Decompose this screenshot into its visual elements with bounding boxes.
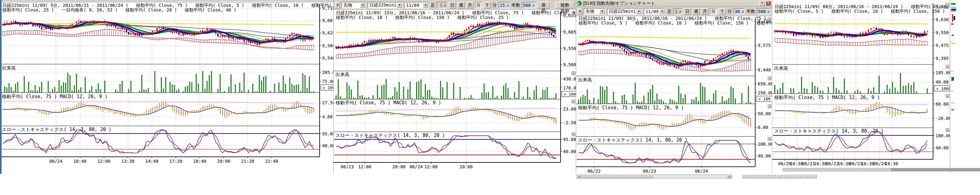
svg-text:出来高: 出来高 — [336, 72, 350, 77]
svg-text:20:00: 20:00 — [217, 159, 231, 163]
svg-text:06/24: 06/24 — [873, 161, 886, 166]
horizontal-scrollbar[interactable] — [783, 168, 980, 171]
chevron-down-icon[interactable]: ▼ — [423, 3, 428, 8]
svg-text:40.00: 40.00 — [758, 154, 771, 159]
spinner-icon[interactable] — [767, 10, 770, 13]
svg-text:23.00: 23.00 — [563, 106, 576, 111]
svg-text:スロー・ストキャスティクス( 14, 3, 80, 20 ): スロー・ストキャスティクス( 14, 3, 80, 20 ) — [2, 127, 111, 132]
svg-text:100.00: 100.00 — [758, 141, 772, 147]
app-icon — [577, 1, 582, 6]
svg-text:◄: ◄ — [769, 105, 770, 108]
svg-text:-20.00: -20.00 — [935, 116, 950, 121]
svg-text:◄: ◄ — [573, 101, 574, 103]
panel-menu-button[interactable]: ▼ — [335, 2, 340, 9]
candlestick-volume-macd-stochastics-chart-5min[interactable]: 06/2410:4012:0013:2014:4017:2018:4020:00… — [0, 3, 333, 174]
close-button[interactable]: × — [765, 1, 771, 6]
candlestick-volume-macd-stochastics-chart-60min[interactable]: 06/2016:3006/2116:3006/2216:3006/2316:30… — [772, 1, 950, 174]
help-button[interactable]: ? — [759, 1, 765, 6]
svg-text:× 100: × 100 — [323, 86, 333, 90]
chart-fragment — [951, 3, 955, 5]
chart-toolbar: ▼ 先物▼ 日経225mini▼ 11/09▼ 足 1 日 週 月 分 T 分 … — [576, 7, 772, 16]
period-tick-button[interactable]: T — [484, 2, 491, 9]
multi-symbol-button[interactable]: 複数銘柄 — [555, 2, 574, 9]
period-month-button[interactable]: 月 — [701, 8, 709, 15]
apply-button[interactable]: 適用 — [537, 2, 550, 9]
svg-text:× 100: × 100 — [758, 97, 770, 101]
mini-button[interactable] — [803, 174, 810, 179]
minute-interval-field[interactable]: 30 — [733, 8, 745, 15]
svg-text:60.00: 60.00 — [935, 101, 948, 106]
svg-text:9,395: 9,395 — [935, 56, 948, 61]
instrument-select[interactable]: 日経225mini▼ — [368, 2, 403, 9]
spinner-icon[interactable] — [741, 10, 744, 13]
chart-fragment — [951, 24, 954, 25]
mini-button[interactable] — [790, 174, 796, 179]
mini-button[interactable] — [769, 174, 776, 179]
mini-button[interactable] — [749, 174, 755, 179]
chart-window-60min: 日経225mini 11/09( 60分, 2011/06/16 - 2011/… — [772, 0, 950, 174]
bar-count-field[interactable]: 500 — [757, 8, 771, 15]
svg-text:9,625: 9,625 — [322, 30, 333, 35]
day-interval-field[interactable]: 1 — [673, 8, 682, 15]
mini-button[interactable] — [797, 174, 803, 179]
clipped-button — [3, 0, 11, 2]
mini-button[interactable] — [742, 174, 748, 179]
chevron-down-icon[interactable]: ▼ — [360, 3, 365, 8]
period-minute-button[interactable]: 分 — [710, 8, 717, 15]
chevron-down-icon[interactable]: ▼ — [600, 9, 605, 14]
mini-button[interactable] — [776, 174, 783, 179]
mini-button[interactable] — [756, 174, 762, 179]
category-select[interactable]: 先物▼ — [341, 2, 366, 9]
svg-text:650.00: 650.00 — [758, 81, 772, 86]
svg-text:06/24: 06/24 — [49, 159, 62, 163]
chevron-down-icon[interactable]: ▼ — [659, 9, 665, 14]
chart-fragment — [951, 109, 954, 110]
svg-text:9,665: 9,665 — [322, 18, 333, 23]
candlestick-volume-macd-stochastics-chart-15min[interactable]: 06/2312:0020:0006/2412:0020:009,6559,605… — [334, 10, 576, 174]
spinner-icon[interactable] — [678, 10, 681, 13]
period-month-button[interactable]: 月 — [466, 2, 474, 9]
mini-button[interactable] — [783, 174, 789, 179]
svg-text:出来高: 出来高 — [578, 77, 592, 82]
day-interval-field[interactable]: 1 — [436, 2, 447, 9]
spinner-icon[interactable] — [532, 4, 535, 6]
chart-fragment — [952, 35, 954, 36]
period-day-button[interactable]: 日 — [684, 8, 691, 15]
svg-text:9,550: 9,550 — [563, 46, 576, 51]
svg-text:10:40: 10:40 — [73, 159, 86, 163]
mini-button[interactable] — [762, 174, 769, 179]
chevron-down-icon[interactable]: ▼ — [636, 9, 641, 14]
window-titlebar[interactable]: [5130] 指数先物/オプションチャート ? × — [576, 0, 772, 7]
scroll-left-icon[interactable]: ◄ — [577, 175, 581, 178]
period-minute-button[interactable]: 分 — [475, 2, 482, 9]
mini-button[interactable] — [810, 174, 817, 179]
period-day-button[interactable]: 日 — [449, 2, 456, 9]
svg-text:06/23: 06/23 — [341, 164, 354, 169]
horizontal-scrollbar[interactable]: ◄ ► — [576, 174, 732, 179]
panel-menu-button[interactable]: ▼ — [578, 8, 582, 15]
period-tick-button[interactable]: T — [719, 8, 726, 15]
category-select[interactable]: 先物▼ — [584, 8, 606, 15]
window-left-border — [0, 0, 2, 174]
contract-month-select[interactable]: 11/09▼ — [404, 2, 429, 9]
contract-month-select[interactable]: 11/09▼ — [644, 8, 666, 15]
svg-text:9,550: 9,550 — [935, 30, 948, 35]
svg-text:0.00: 0.00 — [758, 125, 768, 130]
spinner-icon[interactable] — [506, 4, 509, 6]
svg-text:06/20: 06/20 — [778, 161, 791, 166]
scrollbar-thumb[interactable] — [581, 175, 653, 178]
spinner-icon[interactable] — [443, 4, 446, 6]
svg-text:13:20: 13:20 — [121, 159, 134, 163]
instrument-select[interactable]: 日経225mini▼ — [607, 8, 642, 15]
svg-text:-2.50: -2.50 — [563, 120, 576, 125]
scrollbar-thumb[interactable] — [891, 168, 980, 171]
period-week-button[interactable]: 週 — [457, 2, 465, 9]
scroll-right-icon[interactable]: ► — [727, 175, 732, 178]
bar-count-field[interactable]: 500 — [522, 2, 536, 9]
chart-area-60min: 日経225mini 11/09( 60分, 2011/06/16 - 2011/… — [772, 1, 950, 174]
svg-text:移動平均( Close, 75 ) MACD( 12,: 移動平均( Close, 75 ) MACD( 12, 26, 9 ) — [578, 105, 684, 111]
minute-interval-field[interactable]: 15 — [498, 2, 510, 9]
period-week-button[interactable]: 週 — [692, 8, 700, 15]
candlestick-volume-macd-stochastics-chart-30min[interactable]: 06/2206/2306/249,7109,5759,440650.00250.… — [576, 16, 772, 174]
chevron-down-icon[interactable]: ▼ — [397, 3, 402, 8]
